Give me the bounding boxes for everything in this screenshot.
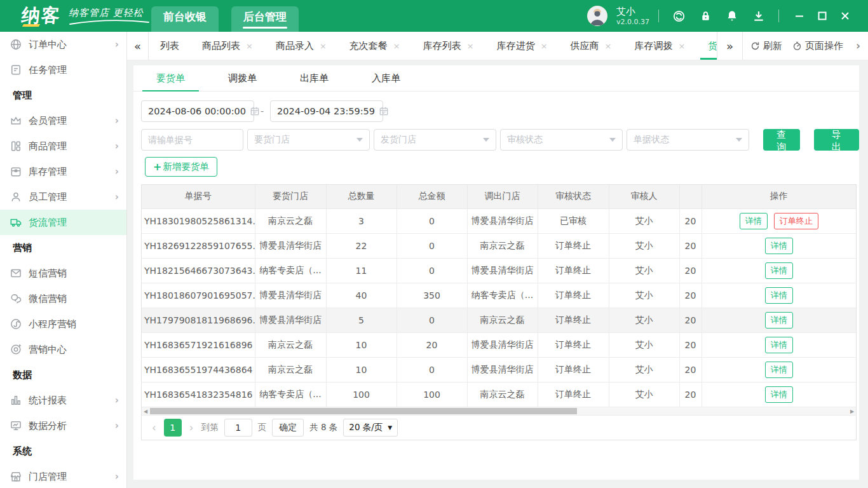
current-page-button[interactable]: 1 (164, 419, 182, 437)
sidebar-item-商品管理[interactable]: 商品管理› (0, 133, 126, 159)
page-tab-充次套餐[interactable]: 充次套餐× (338, 32, 412, 60)
sidebar-item-会员管理[interactable]: 会员管理› (0, 108, 126, 133)
gauge-icon (792, 41, 802, 51)
close-tab-icon[interactable]: × (541, 41, 548, 51)
query-button[interactable]: 查询 (763, 129, 800, 151)
close-tab-icon[interactable]: × (246, 41, 253, 51)
close-tab-icon[interactable]: × (678, 41, 685, 51)
cell-total-amount: 0 (397, 308, 467, 332)
detail-button[interactable]: 详情 (765, 386, 793, 403)
column-header-审核人: 审核人 (609, 185, 679, 208)
page-tab-库存列表[interactable]: 库存列表× (412, 32, 485, 60)
date-from-input[interactable]: 2024-08-06 00:00:00 (141, 100, 254, 122)
refresh-button[interactable]: 刷新 (750, 40, 782, 52)
page-operations-button[interactable]: 页面操作 (792, 40, 843, 52)
page-tab-库存调拨[interactable]: 库存调拨× (623, 32, 696, 60)
download-icon[interactable] (748, 5, 770, 27)
maximize-icon[interactable] (811, 5, 834, 27)
chevron-right-icon: › (115, 140, 119, 152)
bell-icon[interactable] (721, 5, 743, 27)
sidebar-item-label: 货流管理 (29, 217, 119, 229)
date-from-value: 2024-08-06 00:00:00 (148, 106, 246, 116)
cell-auditor: 艾小 (609, 283, 679, 308)
page-size-select[interactable]: 20 条/页 ▼ (343, 419, 398, 437)
add-request-order-label: 新增要货单 (163, 161, 209, 173)
dropdown-发货门店[interactable]: 发货门店 (374, 129, 496, 151)
tab-actions: 刷新 页面操作 › (742, 32, 868, 60)
close-tab-icon[interactable]: × (467, 41, 474, 51)
page-tab-商品列表[interactable]: 商品列表× (191, 32, 264, 60)
sidebar-item-label: 商品管理 (29, 140, 115, 152)
sidebar-item-微信营销[interactable]: 微信营销 (0, 286, 126, 311)
close-tab-icon[interactable]: × (393, 41, 400, 51)
sidebar-item-货流管理[interactable]: 货流管理 (0, 210, 126, 235)
sidebar-item-订单中心[interactable]: 订单中心› (0, 32, 126, 57)
mode-tabs: 前台收银后台管理 (151, 0, 299, 32)
detail-button[interactable]: 详情 (765, 337, 793, 353)
column-header-总金额: 总金额 (397, 185, 467, 208)
page-tab-商品录入[interactable]: 商品录入× (264, 32, 338, 60)
table-row: YH18301980525861314...南京云之磊30博爱县清华街店已审核艾… (142, 208, 856, 233)
dropdown-要货门店[interactable]: 要货门店 (247, 129, 370, 151)
order-number-input[interactable] (141, 129, 243, 151)
dropdown-单据状态[interactable]: 单据状态 (627, 129, 749, 151)
sub-tab-要货单[interactable]: 要货单 (140, 65, 201, 91)
minimize-icon[interactable] (788, 5, 811, 27)
date-to-input[interactable]: 2024-09-04 23:59:59 (270, 100, 383, 122)
cell-out-store: 博爱县清华街店 (467, 357, 538, 382)
sidebar-item-小程序营销[interactable]: 小程序营销 (0, 311, 126, 337)
table-row: YH16836541832354816纳客专卖店（...100100南京云之磊订… (142, 382, 856, 407)
sidebar-item-员工管理[interactable]: 员工管理› (0, 184, 126, 210)
sub-tab-入库单[interactable]: 入库单 (355, 65, 417, 91)
support-icon[interactable] (668, 5, 689, 27)
close-tab-icon[interactable]: × (605, 41, 612, 51)
sidebar-item-短信营销[interactable]: 短信营销 (0, 261, 126, 286)
page-tab-库存进货[interactable]: 库存进货× (485, 32, 559, 60)
mode-tab-backoffice[interactable]: 后台管理 (231, 6, 299, 32)
detail-button[interactable]: 详情 (765, 287, 793, 304)
prev-page-button[interactable]: ‹ (150, 423, 158, 433)
sidebar-item-任务管理[interactable]: 任务管理 (0, 57, 126, 83)
detail-button[interactable]: 详情 (740, 213, 768, 229)
cell-total-amount: 20 (397, 332, 467, 357)
close-tab-icon[interactable]: × (320, 41, 327, 51)
goto-page-input[interactable] (224, 419, 252, 437)
sub-tab-出库单[interactable]: 出库单 (283, 65, 345, 91)
sub-tab-调拨单[interactable]: 调拨单 (212, 65, 273, 91)
scroll-left-arrow[interactable]: ◀ (142, 407, 149, 415)
sidebar-section-label: 管理 (0, 83, 126, 108)
sidebar-item-门店管理[interactable]: 门店管理› (0, 464, 126, 488)
scroll-right-arrow[interactable]: ▶ (848, 407, 856, 415)
cell-audit-status: 已审核 (538, 208, 609, 233)
caret-down-icon (356, 138, 363, 142)
close-icon[interactable] (834, 5, 857, 27)
pagination-bar: ‹ 1 › 到第 页 确定 共 8 条 20 条/页 ▼ (142, 416, 856, 440)
dropdown-审核状态[interactable]: 审核状态 (500, 129, 623, 151)
mode-tab-cashier[interactable]: 前台收银 (151, 6, 219, 32)
mode-tab-underline (243, 27, 287, 29)
export-button[interactable]: 导出 (814, 129, 860, 151)
sidebar-item-数据分析[interactable]: 数据分析› (0, 413, 126, 438)
sidebar-item-统计报表[interactable]: 统计报表› (0, 388, 126, 413)
page-tab-供应商[interactable]: 供应商× (559, 32, 623, 60)
detail-button[interactable]: 详情 (765, 238, 793, 254)
goto-confirm-button[interactable]: 确定 (272, 419, 304, 437)
avatar[interactable] (587, 6, 607, 26)
tab-actions-more-chevron[interactable]: › (853, 39, 863, 52)
sidebar-item-营销中心[interactable]: 营销中心 (0, 337, 126, 362)
detail-button[interactable]: 详情 (765, 262, 793, 279)
terminate-order-button[interactable]: 订单终止 (774, 213, 818, 229)
next-page-button[interactable]: › (187, 423, 196, 433)
page-tab-列表[interactable]: 列表 (149, 32, 191, 60)
sidebar-item-库存管理[interactable]: 库存管理› (0, 159, 126, 184)
add-request-order-button[interactable]: + 新增要货单 (145, 157, 217, 177)
tabs-collapse-button[interactable]: « (127, 32, 149, 60)
tabs-expand-button[interactable]: » (717, 32, 742, 60)
lock-icon[interactable] (695, 5, 716, 27)
page-tab-货流管理[interactable]: 货流管理× (696, 32, 717, 60)
detail-button[interactable]: 详情 (765, 362, 793, 378)
cell-request-store: 博爱县清华街店 (255, 233, 326, 258)
detail-button[interactable]: 详情 (765, 312, 793, 329)
horizontal-scrollbar[interactable]: ◀ ▶ (142, 407, 856, 416)
scrollbar-thumb[interactable] (150, 408, 577, 414)
